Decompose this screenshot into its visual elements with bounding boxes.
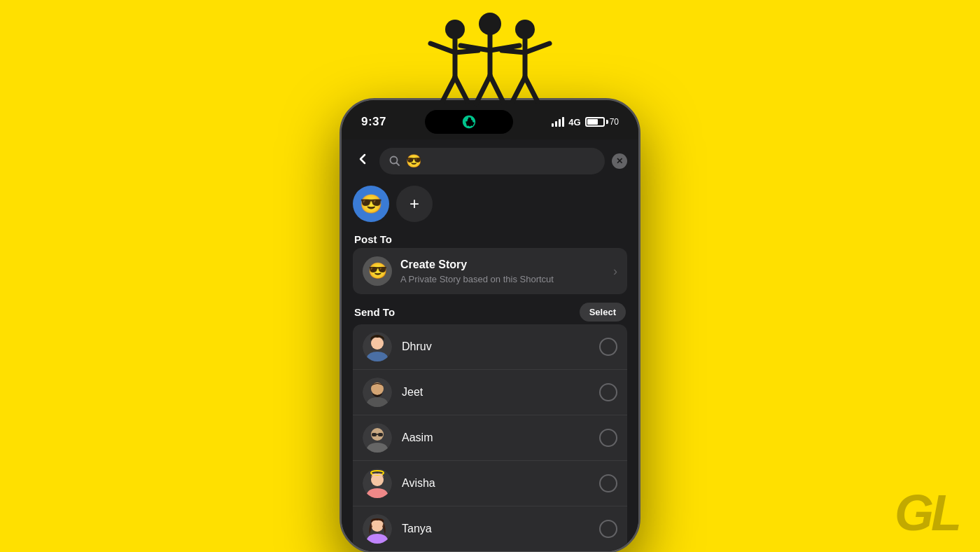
svg-line-4 — [442, 77, 455, 102]
svg-line-11 — [490, 76, 504, 104]
contact-avatar-dhruv — [363, 332, 392, 361]
svg-line-10 — [476, 76, 490, 104]
battery-indicator: 70 — [585, 117, 619, 127]
svg-line-2 — [430, 43, 455, 53]
contact-select-tanya[interactable] — [599, 520, 617, 538]
svg-line-15 — [525, 43, 550, 53]
phone-frame: 9:37 4G — [340, 98, 640, 552]
contact-select-aasim[interactable] — [599, 429, 617, 447]
create-story-row[interactable]: 😎 Create Story A Private Story based on … — [353, 248, 627, 294]
svg-point-0 — [445, 20, 465, 39]
contact-row-tanya[interactable]: Tanya — [353, 506, 627, 551]
svg-line-19 — [397, 163, 400, 166]
contact-row-jeet[interactable]: Jeet — [353, 370, 627, 415]
contact-select-jeet[interactable] — [599, 383, 617, 401]
contact-avatar-jeet — [363, 378, 392, 407]
send-to-section-header: Send To Select — [353, 303, 627, 322]
clear-search-button[interactable]: ✕ — [612, 153, 627, 169]
status-time: 9:37 — [361, 115, 386, 129]
svg-line-16 — [512, 77, 525, 102]
contact-name-dhruv: Dhruv — [402, 340, 599, 353]
battery-percent: 70 — [610, 117, 619, 127]
network-type: 4G — [568, 117, 580, 127]
search-input[interactable]: 😎 — [379, 148, 605, 174]
contact-row-aasim[interactable]: Aasim — [353, 415, 627, 461]
svg-line-17 — [525, 77, 538, 102]
chevron-right-icon: › — [613, 264, 617, 279]
contact-name-jeet: Jeet — [402, 386, 599, 399]
svg-point-6 — [479, 13, 501, 35]
phone-screen: 9:37 4G — [340, 98, 640, 552]
svg-point-12 — [515, 20, 535, 39]
add-contact-button[interactable]: + — [396, 186, 433, 222]
svg-line-5 — [455, 77, 468, 102]
contact-avatar-tanya — [363, 514, 392, 544]
back-button[interactable] — [353, 149, 372, 173]
selected-contact-avatar[interactable]: 😎 — [353, 186, 389, 222]
contact-name-aasim: Aasim — [402, 432, 599, 444]
app-content: 😎 ✕ 😎 + Post To 😎 Create Story A Private… — [342, 139, 638, 551]
post-to-label: Post To — [354, 233, 392, 245]
create-story-title: Create Story — [400, 258, 613, 272]
select-button[interactable]: Select — [580, 303, 626, 322]
contact-row-dhruv[interactable]: Dhruv — [353, 324, 627, 370]
create-story-subtitle: A Private Story based on this Shortcut — [400, 274, 613, 284]
contact-row-avisha[interactable]: Avisha — [353, 461, 627, 506]
svg-line-3 — [455, 50, 478, 53]
contact-list: Dhruv Jeet — [353, 324, 627, 551]
contact-name-avisha: Avisha — [402, 477, 599, 490]
contact-avatar-avisha — [363, 469, 392, 498]
search-bar: 😎 ✕ — [353, 146, 627, 176]
selected-emoji-search: 😎 — [406, 153, 421, 169]
post-to-section-header: Post To — [353, 233, 627, 245]
story-icon: 😎 — [363, 256, 392, 286]
gl-logo: GL — [895, 488, 959, 538]
contact-avatar-aasim — [363, 423, 392, 453]
svg-rect-26 — [372, 433, 377, 436]
contact-select-dhruv[interactable] — [599, 338, 617, 356]
svg-line-14 — [502, 50, 525, 53]
search-icon — [389, 156, 400, 167]
svg-point-21 — [371, 337, 384, 350]
selected-contacts-row: 😎 + — [353, 186, 627, 222]
svg-rect-27 — [378, 433, 383, 436]
story-text-block: Create Story A Private Story based on th… — [400, 258, 613, 284]
contact-name-tanya: Tanya — [402, 523, 599, 535]
stick-figures-illustration — [413, 0, 567, 119]
contact-select-avisha[interactable] — [599, 474, 617, 492]
send-to-label: Send To — [354, 306, 395, 318]
